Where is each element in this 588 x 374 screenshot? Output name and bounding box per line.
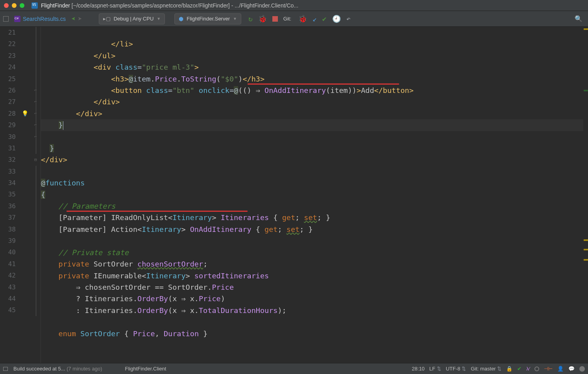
- maximize-window-icon[interactable]: [20, 3, 24, 8]
- build-status[interactable]: Build succeeded at 5... (7 minutes ago): [13, 366, 102, 372]
- stripe-marker[interactable]: [584, 239, 588, 241]
- window-title: FlightFinder [~/code/aspnet-samples/samp…: [41, 2, 298, 9]
- memory-icon[interactable]: λ⁄: [526, 366, 530, 372]
- titlebar: FlightFinder [~/code/aspnet-samples/samp…: [0, 0, 588, 11]
- indicator-off-icon[interactable]: [534, 367, 539, 371]
- indicator-icon[interactable]: ⊣⊢: [544, 366, 553, 372]
- code-area[interactable]: </li> </ul> <div class="price ml-3"> <h3…: [41, 27, 583, 363]
- run-server-dropdown[interactable]: ⬢ FlightFinder.Server ▼: [174, 13, 241, 24]
- stop-icon[interactable]: [272, 16, 278, 22]
- chevron-down-icon: ▼: [233, 17, 237, 21]
- avatar-icon[interactable]: 👤: [557, 366, 564, 372]
- search-icon[interactable]: 🔍: [575, 15, 582, 22]
- lock-icon[interactable]: 🔒: [506, 366, 512, 372]
- tool-window-icon[interactable]: [3, 367, 8, 371]
- indicator-on-icon[interactable]: [579, 366, 585, 372]
- run-config-label: Debug | Any CPU: [114, 16, 154, 22]
- error-stripe[interactable]: [583, 27, 588, 363]
- fold-gutter[interactable]: ⌐⌐⌐⌐⌐⊟: [31, 27, 41, 363]
- sidebar-toggle-icon[interactable]: [3, 16, 9, 22]
- undo-icon[interactable]: ↶: [346, 15, 351, 23]
- csharp-file-icon: [14, 16, 20, 22]
- line-ending[interactable]: LF ⇅: [429, 366, 441, 372]
- close-window-icon[interactable]: [4, 3, 9, 8]
- stripe-marker[interactable]: [584, 249, 588, 250]
- stripe-marker[interactable]: [584, 259, 588, 261]
- run-config-dropdown[interactable]: ▸▢ Debug | Any CPU ▼: [99, 13, 165, 24]
- run-config-icon: ▸▢: [103, 16, 111, 22]
- git-label: Git:: [283, 16, 291, 22]
- line-gutter: 2122232425262728293031323334353637383940…: [0, 27, 19, 363]
- inspection-ok-icon[interactable]: ✔: [517, 366, 521, 372]
- toolbar: SearchResults.cs ➤ ➤ ▸▢ Debug | Any CPU …: [0, 11, 588, 27]
- caret-pos[interactable]: 28:10: [412, 366, 425, 372]
- project-name[interactable]: FlightFinder.Client: [125, 366, 166, 372]
- git-commit-icon[interactable]: ✔: [322, 15, 327, 23]
- git-branch[interactable]: Git: master ⇅: [471, 366, 501, 372]
- file-tab-label: SearchResults.cs: [23, 16, 66, 22]
- run-server-label: FlightFinder.Server: [187, 16, 230, 22]
- status-bar: Build succeeded at 5... (7 minutes ago) …: [0, 363, 588, 374]
- git-bug-icon[interactable]: 🐞: [298, 15, 307, 23]
- minimize-window-icon[interactable]: [12, 3, 17, 8]
- chevron-down-icon: ▼: [157, 17, 161, 21]
- file-tab[interactable]: SearchResults.cs: [11, 14, 69, 24]
- underline-annotation-2: [67, 211, 248, 212]
- run-icon[interactable]: ↻: [248, 15, 253, 23]
- chat-icon[interactable]: 💬: [568, 366, 575, 372]
- encoding[interactable]: UTF-8 ⇅: [446, 366, 466, 372]
- gutter-icons: 💡: [19, 27, 31, 363]
- editor[interactable]: 2122232425262728293031323334353637383940…: [0, 27, 588, 363]
- git-pull-icon[interactable]: ↙: [312, 15, 317, 23]
- window-controls[interactable]: [4, 3, 24, 8]
- app-icon: [31, 2, 38, 9]
- underline-annotation-1: [248, 83, 399, 85]
- stripe-marker[interactable]: [584, 90, 588, 91]
- dotnet-icon: ⬢: [179, 16, 183, 22]
- debug-icon[interactable]: 🐞: [258, 15, 267, 23]
- stripe-marker[interactable]: [584, 28, 588, 30]
- history-icon[interactable]: 🕘: [332, 15, 341, 23]
- nav-forward-icon[interactable]: ➤: [78, 15, 82, 23]
- nav-back-icon[interactable]: ➤: [71, 15, 76, 23]
